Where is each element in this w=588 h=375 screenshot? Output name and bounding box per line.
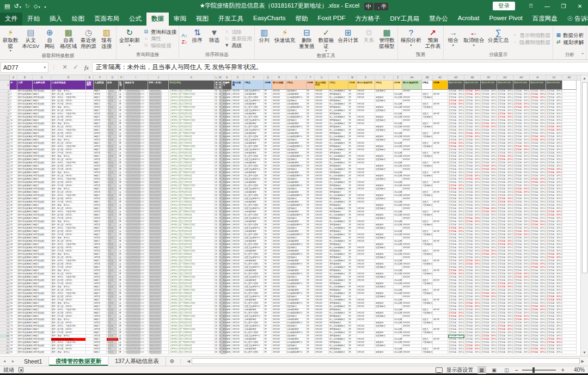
login-button[interactable]: 登录 — [493, 2, 515, 10]
tab-Power Pivot[interactable]: Power Pivot — [484, 13, 527, 26]
group-button[interactable]: →组合▾ — [445, 26, 461, 52]
zoom-slider-thumb[interactable] — [532, 367, 535, 373]
cell-B82[interactable]: 校外(非住校)教职工 — [17, 351, 33, 354]
page-break-view-icon[interactable]: ◫ — [503, 366, 511, 374]
sort-button[interactable]: ⇅排序 — [189, 26, 205, 52]
sheet-nav-next-icon[interactable]: ▸ — [9, 356, 17, 366]
data-analysis-button[interactable]: ▦数据分析 — [555, 33, 584, 38]
tab-开发工具[interactable]: 开发工具 — [213, 13, 248, 26]
column-header-AD[interactable]: AD — [448, 75, 464, 80]
zoom-level[interactable]: 40% — [569, 367, 585, 373]
selected-cell-AD77[interactable]: 正常隔离：未外出，且当事人与同住人 无 发热等异常状况。 — [448, 335, 464, 338]
cell-W82[interactable]: 阴 — [348, 351, 357, 354]
column-header-W[interactable]: W — [348, 75, 357, 80]
tab-视图[interactable]: 视图 — [191, 13, 213, 26]
cell-O82[interactable]: 3月12日 — [232, 351, 244, 354]
column-header-AK[interactable]: AK — [562, 75, 577, 80]
cell-AG82[interactable]: 正常隔离：未外出，且当事人与同住人 无 发热等异常状况。 — [497, 351, 513, 354]
existing-connections-button[interactable]: ▥现有 连接 — [99, 26, 115, 53]
cancel-icon[interactable]: ✕ — [59, 64, 70, 71]
cell-V82[interactable]: 松江大学城采样点 — [329, 351, 348, 354]
column-header-AI[interactable]: AI — [530, 75, 546, 80]
customize-qat-icon[interactable]: ▾ — [44, 3, 46, 9]
column-header-F[interactable]: F — [94, 75, 107, 80]
zoom-slider[interactable] — [522, 370, 556, 371]
column-header-L[interactable]: L — [215, 75, 218, 80]
subtotal-button[interactable]: ∑分类汇总 — [486, 26, 510, 52]
tab-EasyCharts[interactable]: EasyCharts — [248, 13, 290, 26]
column-header-M[interactable]: M — [218, 75, 222, 80]
cell-AB82[interactable]: 小区采样点 — [422, 351, 433, 354]
row-number[interactable]: 82 — [0, 351, 10, 354]
sort-ascending-button[interactable]: A↓ — [181, 33, 187, 39]
column-header-I[interactable]: I — [124, 75, 148, 80]
insert-function-icon[interactable]: fx — [81, 64, 92, 71]
scroll-right-icon[interactable]: ▶ — [580, 359, 586, 364]
tab-DIY工具箱[interactable]: DIY工具箱 — [385, 13, 425, 26]
column-header-AH[interactable]: AH — [513, 75, 530, 80]
normal-view-icon[interactable]: ▦ — [477, 366, 486, 374]
column-header-C[interactable]: C — [33, 75, 51, 80]
cell-AJ82[interactable]: 正常隔离：未外出，且当事人与同住人 无 发热等异常状况。 — [546, 351, 562, 354]
manage-data-model-button[interactable]: ▦管理数 据模型 — [377, 26, 396, 53]
consolidate-button[interactable]: ⊞合并计算 — [336, 26, 360, 53]
tab-页面布局[interactable]: 页面布局 — [89, 13, 124, 26]
tab-审阅[interactable]: 审阅 — [169, 13, 191, 26]
cell-U82[interactable]: 3月14日 — [315, 351, 329, 354]
cell-AE82[interactable]: 正常隔离：未外出，且当事人与同住人 无 发热等异常状况。 — [464, 351, 481, 354]
cell-Q82[interactable]: 阴 — [264, 351, 272, 354]
data-validation-button[interactable]: ✓数据验 证 ▾ — [317, 26, 336, 53]
horizontal-scroll-thumb[interactable] — [192, 358, 579, 364]
cell-Y82[interactable]: 学校操场 — [375, 351, 394, 354]
save-icon[interactable]: ▤ — [4, 3, 10, 9]
tab-Acrobat[interactable]: Acrobat — [453, 13, 485, 26]
cell-L82[interactable]: 是 — [215, 351, 218, 354]
from-text-csv-button[interactable]: ▤从文 本/CSV — [21, 26, 41, 53]
tab-帮助[interactable]: 帮助 — [290, 13, 313, 26]
column-header-AG[interactable]: AG — [497, 75, 513, 80]
tab-文件[interactable]: 文件 — [0, 13, 22, 26]
vertical-scrollbar[interactable]: ▲ ▼ — [580, 75, 588, 356]
column-header-S[interactable]: S — [286, 75, 307, 80]
column-header-N[interactable]: N — [222, 75, 232, 80]
solver-button[interactable]: ⇄规划求解 — [555, 40, 584, 45]
column-header-P[interactable]: P — [244, 75, 264, 80]
cell-C82[interactable]: 辅导员(住校) — [33, 351, 51, 354]
from-table-range-button[interactable]: ▦自表 格/区域 — [58, 26, 78, 53]
cell-AD82[interactable]: 正常隔离：未外出，且当事人与同住人 无 发热等异常状况。 — [448, 351, 464, 354]
scroll-down-icon[interactable]: ▼ — [583, 349, 586, 356]
cell-E82[interactable] — [86, 351, 94, 354]
page-layout-view-icon[interactable]: ▣ — [490, 366, 499, 374]
row-number[interactable]: 1 — [0, 81, 10, 90]
cell-S82[interactable]: 黄浦奥园体育中心 — [286, 351, 307, 354]
cell-A82[interactable]: 81 — [10, 351, 17, 354]
cell-D82[interactable]: 校外（居家，未外出） — [51, 351, 86, 354]
column-header-B[interactable]: B — [17, 75, 33, 80]
tab-绘图[interactable]: 绘图 — [67, 13, 89, 26]
tab-scroll-divider[interactable]: ⋮ — [178, 356, 183, 366]
column-header-AA[interactable]: AA — [402, 75, 422, 80]
select-all-corner[interactable] — [0, 75, 10, 80]
redo-icon[interactable]: ↻ — [25, 3, 30, 9]
column-header-AC[interactable]: AC — [433, 75, 448, 80]
column-header-A[interactable]: A — [10, 75, 17, 80]
cell-AA82[interactable]: 3月16日 — [402, 351, 422, 354]
cell-R82[interactable]: 3月13日 — [272, 351, 286, 354]
column-header-AJ[interactable]: AJ — [546, 75, 562, 80]
display-settings-label[interactable]: 显示器设置 — [446, 366, 474, 374]
scroll-up-icon[interactable]: ▲ — [583, 75, 586, 82]
cell-AC82[interactable] — [433, 351, 448, 354]
cell-AF82[interactable]: 正常隔离：未外出，且当事人与同住人 无 发热等异常状况。 — [481, 351, 497, 354]
formula-input[interactable]: 正常隔离：未外出，且当事人与同住人 无 发热等异常状况。 — [92, 62, 588, 73]
column-header-D[interactable]: D — [51, 75, 86, 80]
advanced-filter-button[interactable]: ▼高级 — [224, 43, 252, 48]
remove-duplicates-button[interactable]: ⊟删除 重复值 — [297, 26, 316, 53]
text-to-columns-button[interactable]: ▥分列 — [256, 26, 272, 53]
tab-开始[interactable]: 开始 — [22, 13, 45, 26]
display-settings-icon[interactable] — [436, 367, 443, 373]
name-box-caret-icon[interactable]: ▾ — [44, 65, 46, 70]
vertical-scroll-thumb[interactable] — [582, 82, 587, 273]
column-header-AB[interactable]: AB — [422, 75, 433, 80]
add-sheet-icon[interactable]: ⊕ — [166, 356, 178, 366]
recent-sources-button[interactable]: ◷最近使 用的源 — [79, 26, 98, 53]
